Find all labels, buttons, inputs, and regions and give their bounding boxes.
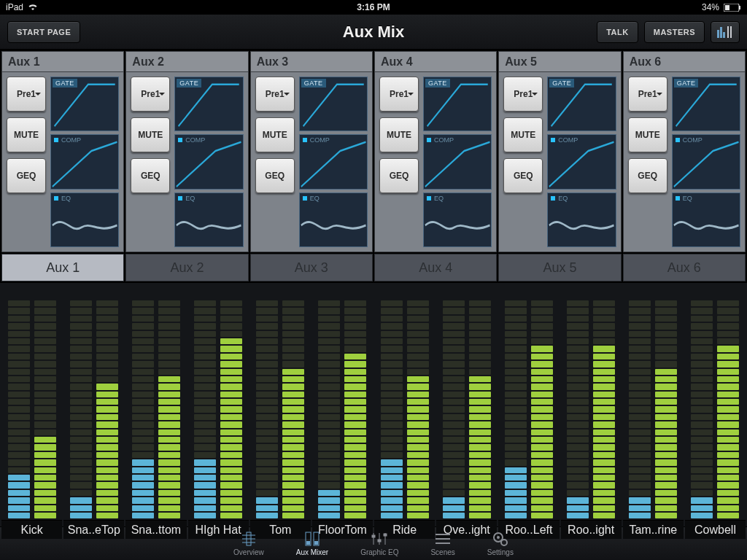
mute-button[interactable]: MUTE <box>7 117 46 152</box>
comp-thumbnail[interactable]: COMP <box>423 134 492 189</box>
meter-pair <box>623 296 684 520</box>
geq-button[interactable]: GEQ <box>7 158 46 193</box>
aux-tab[interactable]: Aux 3 <box>250 254 373 281</box>
pre-select[interactable]: Pre1 <box>255 77 295 112</box>
pre-select[interactable]: Pre1 <box>131 77 170 112</box>
eq-thumbnail[interactable]: EQ <box>547 192 616 247</box>
channel-label: Sna..eTop <box>63 520 124 539</box>
pre-select[interactable]: Pre1 <box>379 77 419 112</box>
gate-thumbnail[interactable]: GATE <box>672 77 740 131</box>
channel-strip[interactable]: Kick <box>1 296 62 526</box>
channel-label: Kick <box>1 520 62 539</box>
aux-strip: Aux 3 Pre1 MUTE GEQ GATE COMP EQ <box>250 51 373 252</box>
aux-strip-title: Aux 4 <box>375 52 496 72</box>
svg-rect-1 <box>725 5 729 10</box>
comp-thumbnail[interactable]: COMP <box>50 134 119 189</box>
geq-button[interactable]: GEQ <box>379 158 419 193</box>
aux-tab[interactable]: Aux 4 <box>374 254 497 281</box>
meter-pair <box>125 296 186 520</box>
gate-thumbnail[interactable]: GATE <box>547 77 616 131</box>
channel-meter-main <box>655 299 677 518</box>
svg-rect-15 <box>314 541 318 545</box>
gate-thumbnail[interactable]: GATE <box>299 77 368 131</box>
comp-thumbnail[interactable]: COMP <box>547 134 616 189</box>
start-page-button[interactable]: START PAGE <box>7 21 80 43</box>
svg-rect-5 <box>723 32 725 38</box>
channel-label: Cowbell <box>685 520 746 539</box>
comp-thumbnail[interactable]: COMP <box>672 134 740 189</box>
channel-strip[interactable]: Tom <box>250 296 311 526</box>
gate-thumbnail[interactable]: GATE <box>174 77 243 131</box>
channel-meter-main <box>407 299 429 518</box>
mute-button[interactable]: MUTE <box>255 117 295 152</box>
meters-view-icon[interactable] <box>711 21 740 43</box>
channel-strip[interactable]: Roo..ight <box>561 296 622 526</box>
eq-thumbnail[interactable]: EQ <box>672 192 740 247</box>
aux-tab[interactable]: Aux 5 <box>498 254 621 281</box>
channel-strip[interactable]: Cowbell <box>685 296 746 526</box>
gate-thumbnail[interactable]: GATE <box>423 77 492 131</box>
mute-button[interactable]: MUTE <box>628 117 667 152</box>
talk-button[interactable]: TALK <box>597 21 638 43</box>
tab-settings-label: Settings <box>487 548 514 556</box>
graphic-eq-icon <box>370 531 389 547</box>
channel-meter-main <box>344 299 366 518</box>
channel-meter-sub <box>70 299 92 518</box>
channel-strip[interactable]: HIgh Hat <box>188 296 249 526</box>
comp-thumbnail[interactable]: COMP <box>174 134 243 189</box>
eq-thumbnail[interactable]: EQ <box>50 192 119 247</box>
channel-strip[interactable]: FloorTom <box>312 296 373 526</box>
device-label: iPad <box>6 2 23 12</box>
channel-strip[interactable]: Sna..eTop <box>63 296 124 526</box>
scenes-icon <box>433 531 452 547</box>
mute-button[interactable]: MUTE <box>503 117 543 152</box>
geq-button[interactable]: GEQ <box>503 158 543 193</box>
channel-meter-sub <box>8 299 30 518</box>
channel-strip[interactable]: Ove..ight <box>436 296 497 526</box>
pre-select[interactable]: Pre1 <box>7 77 46 112</box>
eq-thumbnail[interactable]: EQ <box>174 192 243 247</box>
tab-aux-mixer[interactable]: Aux Mixer <box>296 531 328 556</box>
channel-meter-main <box>717 299 739 518</box>
channel-strip[interactable]: Roo..Left <box>498 296 559 526</box>
tab-overview[interactable]: Overview <box>233 531 264 556</box>
eq-thumbnail[interactable]: EQ <box>423 192 492 247</box>
mute-button[interactable]: MUTE <box>379 117 419 152</box>
aux-strip-title: Aux 3 <box>251 52 372 72</box>
page-title: Aux Mix <box>343 23 404 42</box>
comp-thumbnail[interactable]: COMP <box>299 134 368 189</box>
tab-graphic-eq[interactable]: Graphic EQ <box>360 531 398 556</box>
aux-strip: Aux 5 Pre1 MUTE GEQ GATE COMP EQ <box>498 51 621 252</box>
geq-button[interactable]: GEQ <box>255 158 295 193</box>
aux-tab[interactable]: Aux 2 <box>125 254 248 281</box>
aux-strip-title: Aux 6 <box>624 52 745 72</box>
channel-meter-main <box>531 299 553 518</box>
tab-scenes[interactable]: Scenes <box>430 531 454 556</box>
aux-strip: Aux 4 Pre1 MUTE GEQ GATE COMP EQ <box>374 51 497 252</box>
channel-meter-sub <box>567 299 589 518</box>
svg-rect-7 <box>730 26 732 38</box>
pre-select[interactable]: Pre1 <box>628 77 667 112</box>
meter-pair <box>188 296 249 520</box>
geq-button[interactable]: GEQ <box>131 158 170 193</box>
channel-meter-main <box>158 299 180 518</box>
mute-button[interactable]: MUTE <box>131 117 170 152</box>
eq-thumbnail[interactable]: EQ <box>299 192 368 247</box>
channel-strip[interactable]: Tam..rine <box>623 296 684 526</box>
aux-tabs: Aux 1Aux 2Aux 3Aux 4Aux 5Aux 6 <box>0 254 747 283</box>
svg-rect-21 <box>384 534 387 536</box>
tab-settings[interactable]: Settings <box>487 531 514 556</box>
aux-tab[interactable]: Aux 6 <box>623 254 746 281</box>
channel-strip[interactable]: Ride <box>374 296 435 526</box>
svg-rect-6 <box>727 26 729 38</box>
aux-strip: Aux 1 Pre1 MUTE GEQ GATE COMP EQ <box>1 51 124 252</box>
gate-thumbnail[interactable]: GATE <box>50 77 119 131</box>
aux-tab[interactable]: Aux 1 <box>1 254 124 281</box>
geq-button[interactable]: GEQ <box>628 158 667 193</box>
channel-meter-main <box>34 299 56 518</box>
meters-area: KickSna..eTopSna..ttomHIgh HatTomFloorTo… <box>0 283 747 526</box>
svg-rect-4 <box>720 27 722 38</box>
masters-button[interactable]: MASTERS <box>644 21 705 43</box>
pre-select[interactable]: Pre1 <box>503 77 543 112</box>
channel-strip[interactable]: Sna..ttom <box>125 296 186 526</box>
